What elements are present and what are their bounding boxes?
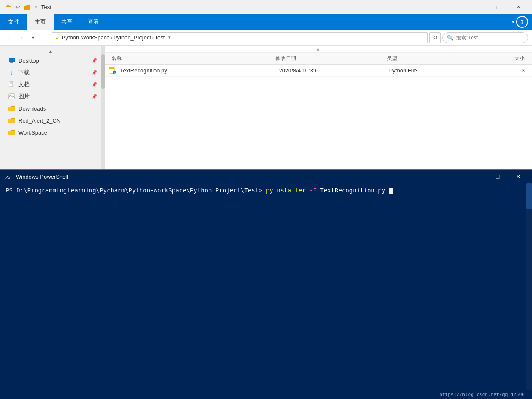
- ps-scrollbar-thumb[interactable]: [526, 183, 532, 209]
- sidebar-label-images: 图片: [18, 93, 30, 100]
- desktop-icon: [7, 56, 16, 65]
- column-size[interactable]: 大小: [478, 55, 528, 62]
- refresh-button[interactable]: ↻: [429, 32, 441, 43]
- image-icon: [7, 92, 16, 101]
- ps-cmd-flag: -F: [309, 187, 317, 194]
- column-date[interactable]: 修改日期: [272, 55, 384, 62]
- file-size: 3: [478, 67, 528, 74]
- address-path[interactable]: « Python-WorkSpace › Python_Project › Te…: [52, 32, 428, 43]
- download-icon: ↓: [7, 68, 16, 77]
- address-bar: ← → ▾ ↑ « Python-WorkSpace › Python_Proj…: [0, 30, 532, 46]
- svg-rect-0: [6, 6, 11, 7]
- toolbar-undo-icon[interactable]: ↩: [13, 3, 22, 12]
- path-folder-icon: «: [56, 34, 59, 41]
- ribbon-tab-view[interactable]: 查看: [80, 14, 107, 30]
- ribbon: 文件 主页 共享 查看 ▾ ?: [0, 14, 532, 30]
- path-part-test: Test: [154, 34, 165, 41]
- file-name: TextRecognition.py: [119, 67, 275, 74]
- pin-icon-download: 📌: [91, 70, 97, 75]
- ribbon-tab-home[interactable]: 主页: [27, 14, 54, 30]
- folder-yellow-icon-3: [7, 128, 16, 137]
- ps-close-button[interactable]: ✕: [508, 170, 528, 183]
- svg-rect-11: [109, 67, 114, 69]
- sort-up-arrow: ▲: [316, 47, 320, 51]
- file-row[interactable]: py TextRecognition.py 2020/8/4 10:39 Pyt…: [105, 65, 532, 77]
- path-separator-2: ›: [152, 34, 154, 41]
- close-button[interactable]: ✕: [508, 0, 528, 14]
- sidebar-item-download[interactable]: ↓ 下载 📌: [0, 66, 101, 78]
- column-type[interactable]: 类型: [384, 55, 478, 62]
- sidebar-label-red-alert: Red_Alert_2_CN: [18, 117, 60, 124]
- ps-command-pyinstaller: pyinstaller: [266, 187, 306, 194]
- ps-minimize-button[interactable]: —: [467, 170, 487, 183]
- svg-rect-5: [9, 81, 13, 87]
- sidebar: ▲ Desktop 📌 ↓ 下载 📌: [0, 46, 101, 169]
- up-button[interactable]: ↑: [40, 33, 50, 43]
- ps-cmd-rest: TextRecognition.py: [320, 187, 385, 194]
- toolbar-pin-icon[interactable]: [4, 3, 12, 12]
- python-file-icon: py: [108, 66, 117, 75]
- ps-content[interactable]: PS D:\Programminglearning\Pycharm\Python…: [0, 183, 532, 390]
- ps-footer-link: https://blog.csdn.net/qq_42506: [439, 392, 525, 397]
- sidebar-item-docs[interactable]: 文档 📌: [0, 78, 101, 90]
- sidebar-item-downloads-folder[interactable]: Downloads: [0, 102, 101, 114]
- ribbon-help-button[interactable]: ?: [516, 16, 528, 28]
- toolbar-folder-icon: [23, 3, 31, 12]
- ps-controls: — □ ✕: [467, 170, 528, 183]
- file-type: Python File: [386, 67, 478, 74]
- explorer-window: ↩ ▾ Test — □ ✕ 文件 主页 共享 查看 ▾ ? ← → ▾ ↑ «…: [0, 0, 532, 169]
- ps-prompt-path: PS D:\Programminglearning\Pycharm\Python…: [6, 187, 262, 194]
- maximize-button[interactable]: □: [488, 0, 508, 14]
- ribbon-dropdown-arrow[interactable]: ▾: [510, 19, 516, 25]
- main-area: ▲ Desktop 📌 ↓ 下载 📌: [0, 46, 532, 169]
- sidebar-item-desktop[interactable]: Desktop 📌: [0, 54, 101, 66]
- pin-icon-images: 📌: [91, 94, 97, 99]
- ps-scrollbar[interactable]: [526, 183, 532, 390]
- file-date: 2020/8/4 10:39: [275, 67, 385, 74]
- forward-button[interactable]: →: [16, 33, 26, 43]
- powershell-window: PS Windows PowerShell — □ ✕ PS D:\Progra…: [0, 169, 532, 399]
- column-name[interactable]: 名称: [108, 55, 272, 62]
- ribbon-tab-share[interactable]: 共享: [54, 14, 80, 30]
- path-part-workspace: Python-WorkSpace: [62, 34, 110, 41]
- folder-yellow-icon-1: [7, 104, 16, 113]
- svg-rect-3: [10, 62, 13, 63]
- minimize-button[interactable]: —: [467, 0, 487, 14]
- dropdown-history-button[interactable]: ▾: [28, 33, 38, 43]
- back-button[interactable]: ←: [4, 33, 14, 43]
- sidebar-label-downloads-folder: Downloads: [18, 105, 46, 112]
- folder-yellow-icon-2: [7, 116, 16, 125]
- ribbon-tab-file[interactable]: 文件: [0, 14, 27, 30]
- title-bar: ↩ ▾ Test — □ ✕: [0, 0, 532, 14]
- path-part-project: Python_Project: [113, 34, 151, 41]
- path-separator-1: ›: [111, 34, 112, 41]
- sidebar-item-workspace[interactable]: WorkSpace: [0, 126, 101, 138]
- sidebar-scroll-up[interactable]: ▲: [0, 48, 101, 54]
- file-list: ▲ 名称 修改日期 类型 大小 py: [105, 46, 532, 169]
- ps-cursor: [389, 188, 393, 194]
- ps-footer: https://blog.csdn.net/qq_42506: [0, 390, 532, 399]
- sidebar-scrollbar-thumb[interactable]: [101, 54, 105, 89]
- svg-text:py: py: [114, 72, 116, 75]
- sidebar-label-download: 下载: [18, 69, 30, 76]
- pin-icon-desktop: 📌: [91, 58, 97, 63]
- ps-maximize-button[interactable]: □: [488, 170, 508, 183]
- file-list-header: 名称 修改日期 类型 大小: [105, 53, 532, 65]
- sidebar-item-red-alert[interactable]: Red_Alert_2_CN: [0, 114, 101, 126]
- path-dropdown-button[interactable]: ▾: [166, 35, 172, 40]
- sidebar-scrollbar[interactable]: [101, 46, 105, 169]
- svg-text:PS: PS: [5, 174, 11, 180]
- ps-window-title: Windows PowerShell: [16, 174, 467, 180]
- document-icon: [7, 80, 16, 89]
- title-bar-separator: ▾: [35, 4, 38, 10]
- pin-icon-docs: 📌: [91, 82, 97, 87]
- svg-rect-4: [9, 63, 14, 63]
- title-bar-controls: — □ ✕: [467, 0, 528, 14]
- search-input[interactable]: [456, 35, 523, 41]
- sort-indicator: ▲: [105, 46, 532, 53]
- ps-window-icon: PS: [4, 172, 12, 181]
- search-box[interactable]: 🔍: [442, 32, 528, 43]
- sidebar-label-docs: 文档: [18, 81, 30, 88]
- sidebar-item-images[interactable]: 图片 📌: [0, 90, 101, 102]
- search-icon: 🔍: [447, 35, 453, 41]
